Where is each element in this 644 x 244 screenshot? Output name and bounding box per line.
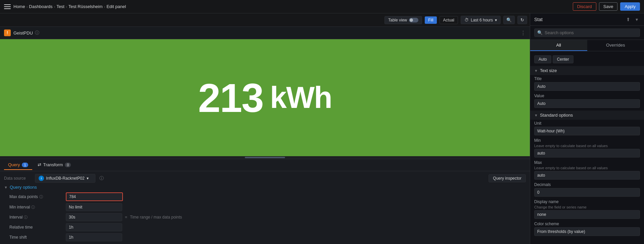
zoom-out-button[interactable]: 🔍 — [503, 16, 515, 24]
viz-type-label: Stat — [534, 17, 543, 22]
clock-icon: ⏱ — [464, 17, 469, 22]
table-view-label: Table view — [388, 18, 407, 22]
standard-options-label: Standard options — [540, 113, 573, 118]
breadcrumb-dashboards[interactable]: Dashboards — [29, 4, 52, 9]
max-input[interactable] — [534, 171, 640, 180]
min-interval-info[interactable]: ⓘ — [31, 205, 35, 210]
align-auto-button[interactable]: Auto — [534, 55, 551, 63]
data-source-select[interactable]: i InfluxDB-RacknetP02 ▾ — [35, 174, 95, 183]
breadcrumb-edit-panel: Edit panel — [106, 4, 126, 9]
max-data-points-label: Max data points ⓘ — [9, 194, 63, 199]
discard-button[interactable]: Discard — [573, 2, 596, 11]
interval-label: Interval ⓘ — [9, 215, 63, 220]
value-input[interactable] — [534, 99, 640, 108]
breadcrumb-sep-1: › — [27, 5, 28, 9]
breadcrumb-home[interactable]: Home — [13, 4, 25, 9]
query-options-title: Query options — [10, 185, 37, 190]
right-panel: Stat ⬆ ▾ 🔍 All Overrides Auto Center — [530, 13, 644, 244]
color-scheme-select[interactable]: From thresholds (by value) — [534, 227, 640, 236]
time-shift-row — [66, 233, 526, 241]
unit-field: Unit Watt-hour (Wh) — [530, 120, 644, 137]
interval-info[interactable]: ⓘ — [24, 215, 28, 220]
standard-options-section: ▼ Standard options Unit Watt-hour (Wh) M… — [530, 111, 644, 237]
breadcrumb-sep-2: › — [54, 5, 55, 9]
title-input[interactable] — [534, 82, 640, 91]
min-input[interactable] — [534, 149, 640, 158]
color-scheme-label: Color scheme — [534, 222, 640, 226]
search-options: 🔍 — [530, 26, 644, 40]
time-range-picker[interactable]: ⏱ Last 6 hours ▾ — [461, 16, 501, 24]
query-inspector-button[interactable]: Query inspector — [489, 174, 526, 182]
main-layout: Table view Fill Actual ⏱ Last 6 hours ▾ … — [0, 13, 644, 244]
text-size-section: ▼ Text size Title Value — [530, 66, 644, 109]
time-range-chevron: ▾ — [495, 18, 497, 22]
refresh-button[interactable]: ↻ — [517, 16, 527, 24]
stat-unit: kWh — [270, 80, 332, 115]
breadcrumb-sep-3: › — [66, 5, 67, 9]
stat-display: 213 kWh — [0, 39, 530, 156]
align-center-button[interactable]: Center — [553, 55, 573, 63]
standard-options-header[interactable]: ▼ Standard options — [530, 111, 644, 120]
breadcrumb-test[interactable]: Test — [56, 4, 64, 9]
display-name-hint: Change the field or series name — [534, 205, 640, 209]
transform-tab-label: Transform — [43, 162, 63, 167]
min-field: Min Leave empty to calculate based on al… — [530, 137, 644, 159]
max-data-points-input[interactable] — [66, 192, 123, 201]
tab-overrides[interactable]: Overrides — [587, 40, 644, 51]
panel-kebab-menu[interactable]: ⋮ — [520, 30, 526, 36]
max-data-points-info[interactable]: ⓘ — [39, 194, 43, 199]
search-icon: 🔍 — [537, 30, 543, 35]
query-tab[interactable]: Query 1 — [4, 160, 32, 170]
table-view-toggle[interactable]: Table view — [384, 16, 422, 24]
text-size-chevron: ▼ — [534, 69, 538, 73]
tab-all[interactable]: All — [530, 40, 587, 51]
unit-select[interactable]: Watt-hour (Wh) — [534, 127, 640, 135]
data-source-label: Data source — [4, 176, 31, 181]
time-shift-label: Time shift — [9, 235, 63, 240]
right-panel-header: Stat ⬆ ▾ — [530, 13, 644, 26]
max-hint: Leave empty to calculate based on all va… — [534, 166, 640, 170]
interval-equals: = — [125, 215, 127, 220]
fill-button[interactable]: Fill — [425, 16, 436, 24]
text-size-section-header[interactable]: ▼ Text size — [530, 66, 644, 75]
breadcrumb-test-russelsheim[interactable]: Test Rüsselsheim — [68, 4, 103, 9]
right-panel-actions: ⬆ ▾ — [624, 16, 640, 23]
options-content: Auto Center ▼ Text size Title Value — [530, 51, 644, 244]
save-button[interactable]: Save — [599, 2, 618, 11]
panel-info-icon[interactable]: ⓘ — [35, 30, 39, 36]
time-range-label: Last 6 hours — [471, 18, 493, 22]
max-field: Max Leave empty to calculate based on al… — [530, 159, 644, 181]
search-options-input[interactable] — [545, 30, 637, 35]
actual-button[interactable]: Actual — [440, 16, 458, 24]
transform-tab-icon: ⇄ — [38, 162, 41, 167]
text-size-title: ▼ Text size — [534, 68, 557, 73]
value-field: Value — [530, 92, 644, 109]
data-source-name: InfluxDB-RacknetP02 — [46, 176, 85, 181]
center-panel: Table view Fill Actual ⏱ Last 6 hours ▾ … — [0, 13, 530, 244]
nav-left: Home › Dashboards › Test › Test Rüsselsh… — [4, 3, 126, 10]
display-name-input[interactable] — [534, 210, 640, 219]
relative-time-input[interactable] — [66, 223, 122, 231]
hamburger-icon[interactable] — [4, 3, 11, 10]
viz-type-selector[interactable]: Stat — [534, 17, 543, 22]
min-hint: Leave empty to calculate based on all va… — [534, 144, 640, 148]
data-source-info-icon[interactable]: ⓘ — [99, 175, 104, 181]
text-size-label: Text size — [540, 68, 557, 73]
title-field: Title — [530, 75, 644, 92]
query-options-header[interactable]: ▼ Query options — [4, 185, 526, 190]
decimals-input[interactable] — [534, 188, 640, 197]
transform-tab[interactable]: ⇄ Transform 0 — [34, 160, 75, 170]
relative-time-row — [66, 223, 526, 231]
apply-button[interactable]: Apply — [620, 2, 640, 11]
interval-input[interactable] — [66, 213, 122, 221]
time-shift-input[interactable] — [66, 233, 122, 241]
max-field-label: Max — [534, 160, 640, 165]
panel-toolbar: Table view Fill Actual ⏱ Last 6 hours ▾ … — [0, 13, 530, 27]
transform-tab-badge: 0 — [65, 163, 71, 167]
min-interval-input[interactable] — [66, 203, 122, 211]
query-options-section: ▼ Query options Max data points ⓘ Min in… — [4, 185, 526, 241]
decimals-label: Decimals — [534, 182, 640, 187]
standard-options-title: ▼ Standard options — [534, 113, 573, 118]
panel-collapse-button[interactable]: ▾ — [634, 16, 640, 23]
panel-expand-button[interactable]: ⬆ — [624, 16, 632, 23]
